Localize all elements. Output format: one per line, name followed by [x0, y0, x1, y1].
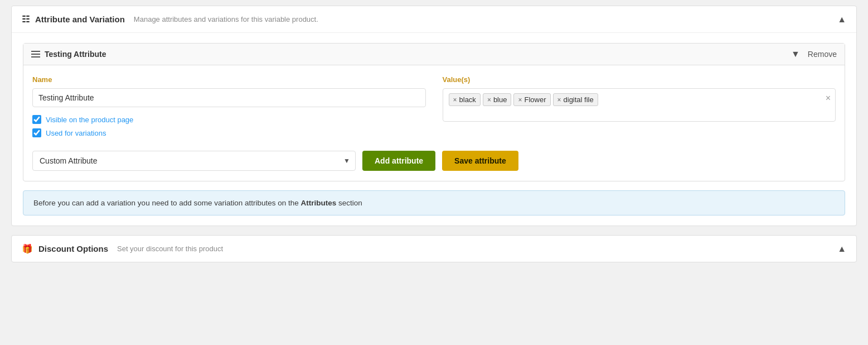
tag-blue: × blue [483, 93, 512, 106]
discount-panel-header: 🎁 Discount Options Set your discount for… [12, 236, 856, 262]
attribute-block-title: Testing Attribute [31, 50, 106, 59]
info-notice: Before you can add a variation you need … [23, 190, 845, 215]
drag-handle-icon[interactable] [31, 51, 40, 58]
attributes-link[interactable]: Attributes [301, 199, 337, 207]
variations-checkbox-row: Used for variations [32, 128, 426, 137]
remove-attribute-button[interactable]: Remove [808, 50, 837, 59]
attribute-type-select[interactable]: Custom Attribute [32, 151, 356, 171]
save-attribute-button[interactable]: Save attribute [442, 151, 518, 171]
attribute-panel-toggle[interactable]: ▲ [837, 15, 846, 25]
tag-black: × black [449, 93, 481, 106]
tag-flower: × Flower [513, 93, 550, 106]
tag-digital-file: × digital file [553, 93, 598, 106]
attribute-block-header: Testing Attribute ▼ Remove [23, 44, 845, 65]
discount-panel-toggle[interactable]: ▲ [837, 244, 846, 254]
attribute-panel-body: Testing Attribute ▼ Remove Name [12, 33, 856, 226]
variations-checkbox[interactable] [32, 128, 41, 137]
visible-checkbox-row: Visible on the product page [32, 115, 426, 124]
gift-icon: 🎁 [22, 243, 33, 254]
tag-digital-file-remove[interactable]: × [557, 97, 561, 103]
attribute-block-body: Name Visible on the product page [23, 65, 845, 181]
tag-flower-remove[interactable]: × [518, 97, 522, 103]
attribute-block-actions: ▼ Remove [791, 49, 837, 59]
attribute-action-row: Custom Attribute ▼ Add attribute Save at… [32, 151, 836, 171]
name-column: Name Visible on the product page [32, 75, 426, 142]
discount-options-panel: 🎁 Discount Options Set your discount for… [11, 235, 857, 262]
values-label: Value(s) [443, 75, 836, 84]
name-label: Name [32, 75, 426, 84]
attribute-name-input[interactable] [32, 88, 426, 107]
collapse-icon[interactable]: ▼ [791, 49, 800, 59]
add-attribute-button[interactable]: Add attribute [362, 151, 435, 171]
attribute-panel-title: ☷ Attribute and Variation Manage attribu… [22, 14, 318, 25]
attribute-block: Testing Attribute ▼ Remove Name [23, 43, 845, 181]
list-icon: ☷ [22, 14, 30, 25]
tag-black-remove[interactable]: × [453, 97, 457, 103]
tag-blue-remove[interactable]: × [487, 97, 491, 103]
tags-container[interactable]: × black × blue × Flower [443, 88, 836, 122]
tags-clear-button[interactable]: × [826, 93, 831, 103]
visible-checkbox[interactable] [32, 115, 41, 124]
attribute-variation-panel: ☷ Attribute and Variation Manage attribu… [11, 6, 857, 226]
attribute-select-wrapper: Custom Attribute ▼ [32, 151, 356, 171]
variations-label[interactable]: Used for variations [46, 129, 106, 137]
attribute-fields-row: Name Visible on the product page [32, 75, 836, 142]
values-column: Value(s) × black × blue [443, 75, 836, 142]
discount-panel-title: 🎁 Discount Options Set your discount for… [22, 243, 223, 254]
attribute-panel-header: ☷ Attribute and Variation Manage attribu… [12, 6, 856, 33]
visible-label[interactable]: Visible on the product page [46, 116, 133, 124]
